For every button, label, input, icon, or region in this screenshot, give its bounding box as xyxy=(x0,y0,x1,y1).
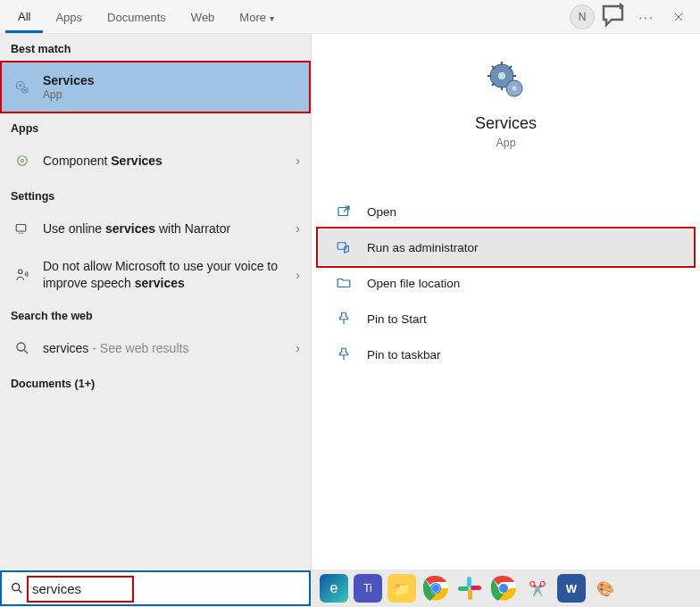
search-body: Best match Services App Apps Compon xyxy=(0,34,700,570)
folder-icon xyxy=(333,272,354,294)
account-avatar[interactable]: N xyxy=(566,1,598,33)
tab-apps[interactable]: Apps xyxy=(43,2,95,31)
result-speech-services[interactable]: Do not allow Microsoft to use your voice… xyxy=(0,249,311,301)
services-large-icon xyxy=(485,59,528,102)
svg-rect-21 xyxy=(458,586,469,591)
action-pin-to-start[interactable]: Pin to Start xyxy=(319,301,693,337)
result-title: Services xyxy=(43,73,300,87)
svg-point-5 xyxy=(21,160,24,162)
open-icon xyxy=(333,201,354,222)
taskbar-paint-icon[interactable]: 🎨 xyxy=(591,574,620,603)
result-best-match-services[interactable]: Services App xyxy=(0,61,311,113)
chevron-right-icon: › xyxy=(296,341,300,355)
feedback-icon[interactable] xyxy=(598,1,630,33)
svg-point-3 xyxy=(24,89,26,91)
svg-point-8 xyxy=(17,343,25,351)
narrator-icon xyxy=(11,217,34,240)
result-title: services - See web results xyxy=(43,341,296,355)
search-box[interactable] xyxy=(0,570,311,606)
svg-point-4 xyxy=(18,156,28,166)
results-panel: Best match Services App Apps Compon xyxy=(0,34,311,570)
tab-more[interactable]: More▾ xyxy=(227,2,287,31)
action-label: Open file location xyxy=(367,277,460,290)
taskbar-chrome2-icon[interactable] xyxy=(489,574,518,603)
result-title: Do not allow Microsoft to use your voice… xyxy=(43,258,296,292)
tab-all[interactable]: All xyxy=(5,1,43,33)
svg-rect-20 xyxy=(467,577,471,587)
svg-point-2 xyxy=(22,87,28,93)
avatar-initial: N xyxy=(570,4,595,29)
chevron-right-icon: › xyxy=(296,268,300,282)
search-icon xyxy=(2,581,32,595)
result-title: Use online services with Narrator xyxy=(43,221,296,236)
taskbar-slack-icon[interactable] xyxy=(455,574,484,603)
action-label: Open xyxy=(367,205,396,219)
pin-icon xyxy=(333,344,354,365)
close-button[interactable] xyxy=(662,1,695,33)
svg-point-25 xyxy=(499,584,508,593)
svg-point-7 xyxy=(19,270,23,274)
action-pin-to-taskbar[interactable]: Pin to taskbar xyxy=(319,337,693,372)
taskbar-word-icon[interactable]: W xyxy=(557,574,586,603)
action-open-file-location[interactable]: Open file location xyxy=(319,265,693,301)
search-icon xyxy=(11,337,34,360)
detail-title: Services xyxy=(475,114,537,133)
tab-web[interactable]: Web xyxy=(179,2,228,31)
detail-hero: Services App xyxy=(312,34,700,158)
result-component-services[interactable]: Component Services › xyxy=(0,140,311,181)
action-run-as-admin[interactable]: Run as administrator xyxy=(319,229,693,265)
chevron-down-icon: ▾ xyxy=(270,13,274,23)
detail-subtitle: App xyxy=(496,137,515,149)
taskbar-explorer-icon[interactable]: 📁 xyxy=(388,574,416,603)
taskbar: e Ti 📁 ✂️ W 🎨 xyxy=(311,570,700,607)
result-title: Component Services xyxy=(43,154,296,168)
services-icon xyxy=(11,76,34,99)
search-input[interactable] xyxy=(32,581,309,596)
section-documents: Documents (1+) xyxy=(0,369,311,395)
component-services-icon xyxy=(11,149,34,172)
svg-rect-23 xyxy=(471,586,481,590)
taskbar-edge-icon[interactable]: e xyxy=(320,574,348,603)
more-options-icon[interactable]: ··· xyxy=(630,1,662,33)
section-best-match: Best match xyxy=(0,34,311,61)
taskbar-snip-icon[interactable]: ✂️ xyxy=(523,574,552,603)
detail-actions: Open Run as administrator Open file loca… xyxy=(312,185,700,381)
svg-point-12 xyxy=(512,87,516,91)
start-search-window: All Apps Documents Web More▾ N ··· Best … xyxy=(0,0,700,607)
action-label: Run as administrator xyxy=(367,241,479,254)
taskbar-chrome-icon[interactable] xyxy=(421,574,450,603)
admin-icon xyxy=(333,237,354,258)
svg-point-1 xyxy=(20,84,21,86)
svg-point-19 xyxy=(432,585,439,592)
speech-icon xyxy=(11,263,34,287)
chevron-right-icon: › xyxy=(296,154,300,168)
taskbar-teams-icon[interactable]: Ti xyxy=(354,574,382,603)
svg-point-10 xyxy=(498,72,505,79)
tab-documents[interactable]: Documents xyxy=(95,2,179,31)
result-web-services[interactable]: services - See web results › xyxy=(0,328,311,369)
svg-rect-6 xyxy=(16,225,26,232)
bottom-bar: e Ti 📁 ✂️ W 🎨 xyxy=(0,570,700,607)
svg-rect-22 xyxy=(468,589,472,600)
action-label: Pin to Start xyxy=(367,312,427,326)
action-open[interactable]: Open xyxy=(319,194,693,229)
detail-panel: Services App Open Run as administrator O… xyxy=(311,34,700,570)
result-narrator-services[interactable]: Use online services with Narrator › xyxy=(0,208,311,249)
result-subtitle: App xyxy=(43,88,300,101)
section-web: Search the web xyxy=(0,301,311,328)
section-settings: Settings xyxy=(0,181,311,208)
tab-more-label: More xyxy=(239,11,266,24)
section-apps: Apps xyxy=(0,113,311,140)
filter-tabs: All Apps Documents Web More▾ N ··· xyxy=(0,0,700,34)
action-label: Pin to taskbar xyxy=(367,348,441,362)
svg-point-15 xyxy=(12,584,20,591)
pin-icon xyxy=(333,308,354,329)
chevron-right-icon: › xyxy=(296,221,300,236)
